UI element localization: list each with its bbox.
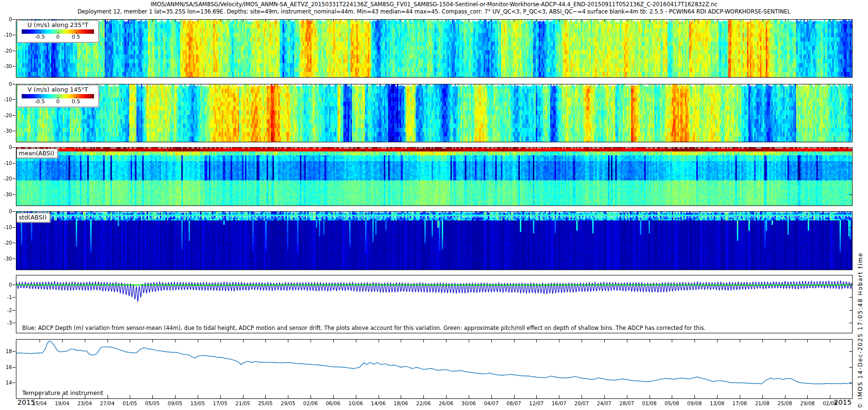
y-tick	[849, 35, 853, 35]
y-tick-label: -3	[0, 320, 12, 326]
x-tick	[130, 20, 130, 22]
x-tick	[582, 340, 582, 342]
y-tick-label: -1	[0, 294, 12, 300]
y-tick-label: -20	[0, 240, 12, 246]
y-tick-label: -10	[0, 32, 12, 38]
x-tick	[356, 20, 356, 22]
colorbar-tick-label: 0.5	[72, 34, 81, 40]
y-tick	[849, 131, 853, 131]
y-tick-label: -10	[0, 96, 12, 102]
y-tick-label: -30	[0, 63, 12, 69]
x-tick	[650, 20, 650, 22]
temperature-lineplot	[16, 340, 852, 398]
y-tick-label: -30	[0, 128, 12, 134]
x-tick	[559, 340, 559, 342]
x-tick	[717, 340, 718, 342]
y-tick	[849, 66, 853, 67]
y-tick-label: 18	[0, 348, 12, 354]
x-tick-label: 21/08	[751, 400, 773, 406]
x-tick	[604, 395, 605, 398]
x-tick-label: 14/06	[367, 400, 390, 406]
y-tick	[13, 351, 15, 352]
x-tick	[333, 340, 334, 342]
x-tick	[717, 20, 718, 22]
x-tick	[514, 395, 515, 398]
y-tick-label: -10	[0, 160, 12, 166]
y-tick	[849, 163, 853, 164]
x-tick	[379, 395, 379, 398]
y-tick-label: -10	[0, 224, 12, 230]
colorbar-tick-label: -0.5	[35, 34, 45, 40]
x-tick-label: 17/05	[209, 400, 231, 406]
x-tick	[785, 20, 786, 22]
panel-depth-variation: Blue: ADCP Depth (m) variation from sens…	[16, 275, 853, 333]
panel-std-absi: std(ABSI)	[16, 211, 853, 270]
x-tick-label: 13/08	[706, 400, 728, 406]
x-tick-label: 05/08	[661, 400, 683, 406]
x-tick	[288, 395, 288, 398]
x-tick	[198, 20, 198, 22]
x-tick-label: 02/09	[819, 400, 841, 406]
x-tick	[265, 20, 266, 22]
x-tick	[650, 340, 650, 342]
y-tick-label: 0	[0, 81, 12, 87]
x-tick	[40, 340, 40, 342]
x-tick	[627, 340, 627, 342]
y-tick	[849, 243, 853, 243]
x-tick	[717, 395, 718, 398]
x-tick-label: 13/05	[187, 400, 209, 406]
figure-title: IMOS/ANMN/SA/SAM8SG/Velocity/IMOS_ANMN-S…	[0, 1, 868, 8]
x-tick	[536, 20, 537, 22]
x-tick	[423, 20, 424, 22]
x-tick	[491, 20, 492, 22]
x-tick-label: 09/08	[683, 400, 705, 406]
y-tick	[13, 178, 15, 179]
x-tick-label: 15/04	[28, 400, 51, 406]
colorbar-tick-label: -0.5	[35, 98, 45, 105]
x-tick	[807, 395, 808, 398]
y-tick	[13, 323, 15, 323]
y-tick-label: 14	[0, 380, 12, 385]
x-tick	[108, 395, 108, 398]
x-tick	[446, 20, 447, 22]
x-tick	[491, 340, 492, 342]
y-tick-label: 16	[0, 364, 12, 370]
y-tick	[13, 19, 15, 20]
y-tick-label: 0	[0, 282, 12, 287]
x-tick	[356, 395, 356, 398]
y-tick	[849, 147, 853, 148]
x-tick-label: 23/04	[74, 400, 96, 406]
x-tick-label: 19/04	[51, 400, 73, 406]
x-tick	[220, 340, 221, 342]
y-tick	[13, 115, 15, 116]
x-tick-label: 01/05	[119, 400, 141, 406]
x-tick	[762, 20, 763, 22]
u-colorbar-labels: -0.5 0 0.5	[22, 34, 94, 40]
x-tick	[785, 395, 786, 398]
x-tick	[559, 20, 559, 22]
y-tick	[849, 51, 853, 51]
x-tick	[311, 395, 311, 398]
x-tick	[627, 395, 627, 398]
x-tick	[423, 395, 424, 398]
x-tick	[446, 395, 447, 398]
x-tick	[469, 340, 469, 342]
x-tick	[694, 395, 695, 398]
x-tick	[379, 20, 379, 22]
x-tick	[130, 340, 130, 342]
x-tick	[672, 340, 672, 342]
u-legend-title: U (m/s) along 235°T	[17, 21, 98, 28]
x-tick-label: 09/05	[164, 400, 186, 406]
y-tick	[849, 259, 853, 259]
x-tick	[627, 20, 627, 22]
colorbar-tick-label: 0	[56, 98, 60, 105]
y-tick	[849, 323, 853, 323]
x-tick	[762, 340, 763, 342]
x-tick	[694, 20, 695, 22]
panel-temperature: Temperature at instrument	[16, 339, 853, 399]
y-tick	[849, 310, 853, 311]
x-tick-label: 02/06	[299, 400, 322, 406]
u-velocity-heatmap	[16, 20, 852, 77]
mean-absi-label: mean(ABSI)	[16, 149, 58, 158]
y-tick	[849, 99, 853, 100]
